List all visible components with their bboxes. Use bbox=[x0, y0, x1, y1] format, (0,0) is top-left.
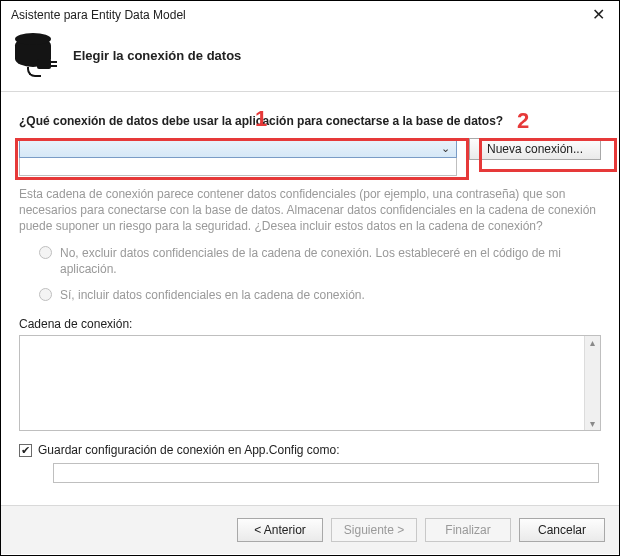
finish-button: Finalizar bbox=[425, 518, 511, 542]
wizard-button-row: < Anterior Siguiente > Finalizar Cancela… bbox=[1, 506, 619, 554]
connection-dropdown-extra bbox=[19, 158, 457, 176]
database-plug-icon bbox=[13, 33, 57, 77]
window-title: Asistente para Entity Data Model bbox=[11, 8, 186, 22]
connection-string-label: Cadena de conexión: bbox=[19, 317, 601, 331]
close-icon[interactable]: ✕ bbox=[588, 7, 609, 23]
save-config-checkbox[interactable]: ✔ bbox=[19, 444, 32, 457]
save-config-label: Guardar configuración de conexión en App… bbox=[38, 443, 340, 457]
callout-1: 1 bbox=[255, 106, 267, 132]
cancel-button[interactable]: Cancelar bbox=[519, 518, 605, 542]
connection-string-textarea[interactable]: ▴ ▾ bbox=[19, 335, 601, 431]
sensitive-data-warning: Esta cadena de conexión parece contener … bbox=[19, 186, 601, 235]
radio-include-label: Sí, incluir datos confidenciales en la c… bbox=[60, 287, 365, 303]
wizard-content: 1 2 ¿Qué conexión de datos debe usar la … bbox=[1, 92, 619, 491]
scroll-up-icon[interactable]: ▴ bbox=[590, 336, 595, 349]
chevron-down-icon: ⌄ bbox=[441, 142, 450, 155]
back-button[interactable]: < Anterior bbox=[237, 518, 323, 542]
connection-question-label: ¿Qué conexión de datos debe usar la apli… bbox=[19, 114, 601, 128]
callout-2: 2 bbox=[517, 108, 529, 134]
config-name-input[interactable] bbox=[53, 463, 599, 483]
radio-exclude-sensitive bbox=[39, 246, 52, 259]
connection-dropdown[interactable]: ⌄ bbox=[19, 138, 457, 158]
wizard-header: Elegir la conexión de datos bbox=[1, 27, 619, 91]
radio-exclude-label: No, excluir datos confidenciales de la c… bbox=[60, 245, 580, 277]
next-button: Siguiente > bbox=[331, 518, 417, 542]
title-bar: Asistente para Entity Data Model ✕ bbox=[1, 1, 619, 27]
scrollbar[interactable]: ▴ ▾ bbox=[584, 336, 600, 430]
new-connection-button[interactable]: Nueva conexión... bbox=[469, 138, 601, 160]
scroll-down-icon[interactable]: ▾ bbox=[590, 417, 595, 430]
radio-include-sensitive bbox=[39, 288, 52, 301]
wizard-step-title: Elegir la conexión de datos bbox=[73, 48, 241, 63]
